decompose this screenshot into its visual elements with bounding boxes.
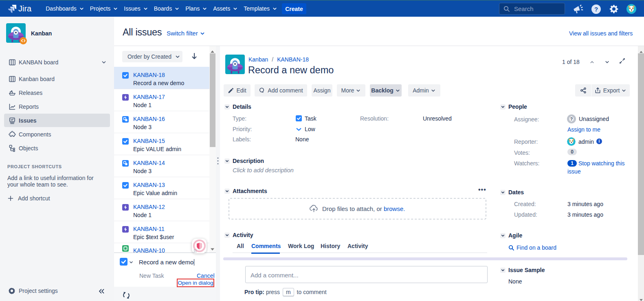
svg-text:?: ? [570, 116, 573, 121]
